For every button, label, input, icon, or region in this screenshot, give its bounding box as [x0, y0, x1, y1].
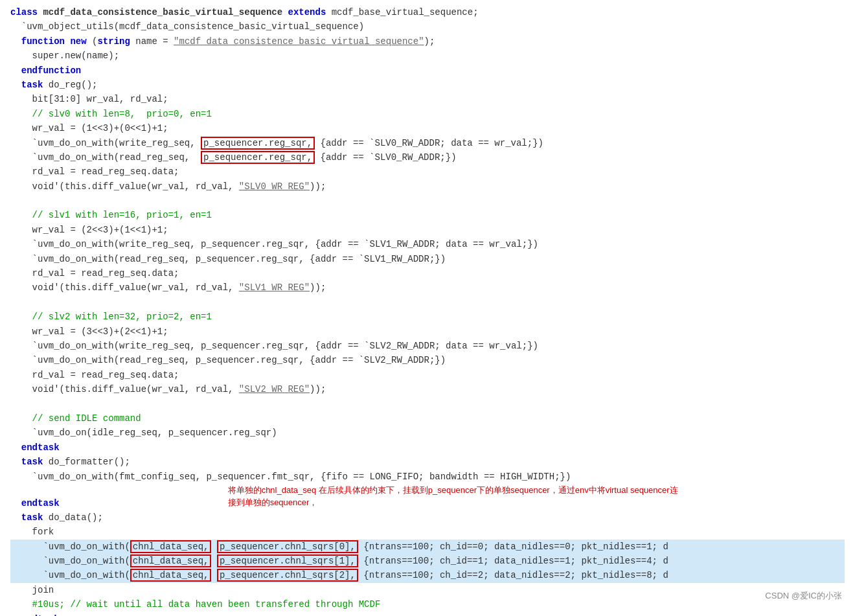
- code-line-19: rd_val = read_reg_seq.data;: [10, 266, 845, 280]
- code-line-3: function new (string name = "mcdf_data_c…: [10, 34, 845, 49]
- keyword-task-3: task: [21, 512, 43, 523]
- keyword-extends: extends: [288, 7, 326, 17]
- watermark: CSDN @爱IC的小张: [765, 589, 842, 603]
- code-line-16: wr_val = (2<<3)+(1<<1)+1;: [10, 223, 845, 237]
- box-chnl-sqrs-0: p_sequencer.chnl_sqrs[0],: [217, 540, 358, 553]
- code-line-12: rd_val = read_reg_seq.data;: [10, 165, 845, 179]
- code-container: class mcdf_data_consistence_basic_virtua…: [0, 0, 855, 616]
- string-literal-1: "mcdf_data_consistence_basic_virtual_seq…: [174, 36, 424, 47]
- code-line-24: `uvm_do_on_with(write_reg_seq, p_sequenc…: [10, 339, 845, 353]
- code-line-39: `uvm_do_on_with(chnl_data_seq, p_sequenc…: [10, 568, 845, 582]
- box-chnl-seq-2: chnl_data_seq,: [130, 554, 212, 567]
- code-line-35: task do_data();: [10, 510, 845, 525]
- code-line-15: // slv1 with len=16, prio=1, en=1: [10, 208, 845, 222]
- code-line-20: void'(this.diff_value(wr_val, rd_val, "S…: [10, 280, 845, 295]
- keyword-endtask-1: endtask: [21, 442, 60, 453]
- code-line-2: `uvm_object_utils(mcdf_data_consistence_…: [10, 19, 845, 34]
- code-line-11: `uvm_do_on_with(read_reg_seq, p_sequence…: [10, 150, 845, 165]
- box-chnl-seq-1: chnl_data_seq,: [130, 540, 212, 553]
- code-line-28: [10, 397, 845, 411]
- parent-class: mcdf_base_virtual_sequence;: [332, 7, 479, 17]
- string-slv2-wr-reg: "SLV2_WR_REG": [239, 384, 310, 394]
- code-line-5: endfunction: [10, 63, 845, 78]
- code-line-4: super.new(name);: [10, 49, 845, 63]
- code-line-21: [10, 295, 845, 310]
- keyword-task-1: task: [21, 80, 43, 90]
- code-line-33: `uvm_do_on_with(fmt_config_seq, p_sequen…: [10, 470, 845, 484]
- box-chnl-seq-3: chnl_data_seq,: [130, 569, 212, 582]
- code-line-42: endtask: [10, 612, 845, 616]
- comment-idle: // send IDLE command: [32, 413, 141, 424]
- comment-slv1: // slv1 with len=16, prio=1, en=1: [32, 210, 212, 220]
- code-line-37: `uvm_do_on_with(chnl_data_seq, p_sequenc…: [10, 540, 845, 554]
- class-name: mcdf_data_consistence_basic_virtual_sequ…: [43, 7, 282, 17]
- code-line-30: `uvm_do_on(idle_reg_seq, p_sequencer.reg…: [10, 426, 845, 440]
- code-line-41: #10us; // wait until all data haven been…: [10, 597, 845, 611]
- code-line-1: class mcdf_data_consistence_basic_virtua…: [10, 5, 845, 19]
- code-line-10: `uvm_do_on_with(write_reg_seq, p_sequenc…: [10, 136, 845, 150]
- code-line-38: `uvm_do_on_with(chnl_data_seq, p_sequenc…: [10, 554, 845, 568]
- keyword-endtask-2: endtask: [10, 497, 60, 508]
- code-line-9: wr_val = (1<<3)+(0<<1)+1;: [10, 121, 845, 135]
- keyword-string: string: [97, 36, 130, 47]
- code-line-7: bit[31:0] wr_val, rd_val;: [10, 92, 845, 106]
- keyword-function: function: [21, 36, 65, 47]
- comment-10us: #10us; // wait until all data haven been…: [32, 599, 381, 610]
- code-line-40: join: [10, 583, 845, 597]
- code-line-23: wr_val = (3<<3)+(2<<1)+1;: [10, 325, 845, 339]
- code-line-31: endtask: [10, 440, 845, 455]
- code-line-25: `uvm_do_on_with(read_reg_seq, p_sequence…: [10, 353, 845, 367]
- keyword-endtask-3: endtask: [21, 614, 60, 616]
- code-line-17: `uvm_do_on_with(write_reg_seq, p_sequenc…: [10, 237, 845, 251]
- box-chnl-sqrs-2: p_sequencer.chnl_sqrs[2],: [217, 569, 358, 582]
- comment-slv0: // slv0 with len=8, prio=0, en=1: [32, 109, 212, 119]
- code-line-34: endtask将单独的chnl_data_seq 在后续具体的约束下，挂载到p_…: [10, 484, 845, 510]
- keyword-task-2: task: [21, 457, 43, 467]
- code-line-27: void'(this.diff_value(wr_val, rd_val, "S…: [10, 382, 845, 396]
- code-line-8: // slv0 with len=8, prio=0, en=1: [10, 107, 845, 121]
- box-chnl-sqrs-1: p_sequencer.chnl_sqrs[1],: [217, 554, 358, 567]
- code-line-6: task do_reg();: [10, 78, 845, 92]
- keyword-endfunction: endfunction: [21, 65, 81, 76]
- string-slv0-wr-reg: "SLV0_WR_REG": [239, 181, 310, 192]
- code-line-22: // slv2 with len=32, prio=2, en=1: [10, 310, 845, 324]
- comment-slv2: // slv2 with len=32, prio=2, en=1: [32, 312, 212, 322]
- chinese-annotation: 将单独的chnl_data_seq 在后续具体的约束下，挂载到p_sequenc…: [228, 484, 681, 509]
- code-line-29: // send IDLE command: [10, 411, 845, 426]
- string-slv1-wr-reg: "SLV1_WR_REG": [239, 282, 310, 293]
- code-line-14: [10, 194, 845, 208]
- box-reg-sqr-2: p_sequencer.reg_sqr,: [201, 151, 315, 164]
- keyword-new: new: [70, 36, 86, 47]
- code-line-13: void'(this.diff_value(wr_val, rd_val, "S…: [10, 179, 845, 194]
- code-line-26: rd_val = read_reg_seq.data;: [10, 368, 845, 382]
- code-line-18: `uvm_do_on_with(read_reg_seq, p_sequence…: [10, 252, 845, 266]
- code-line-32: task do_formatter();: [10, 455, 845, 469]
- box-reg-sqr-1: p_sequencer.reg_sqr,: [201, 137, 315, 150]
- code-line-36: fork: [10, 525, 845, 539]
- keyword-class: class: [10, 7, 38, 17]
